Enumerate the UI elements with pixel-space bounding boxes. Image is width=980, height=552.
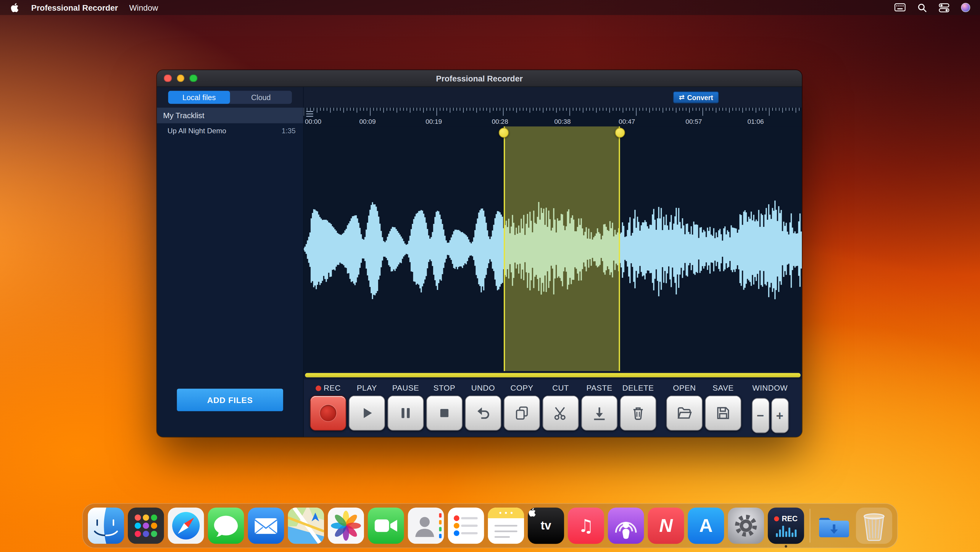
- play-icon: [359, 405, 375, 421]
- dock-finder-icon[interactable]: [88, 507, 124, 544]
- dock-news-icon[interactable]: N: [648, 507, 684, 544]
- menu-bar: Professional Recorder Window: [0, 0, 980, 15]
- waveform-selection[interactable]: [504, 126, 620, 371]
- dock-professional-recorder-icon[interactable]: REC: [768, 507, 804, 544]
- tool-save: SAVE: [705, 383, 741, 431]
- convert-button[interactable]: ⇄ Convert: [673, 91, 719, 103]
- add-files-button[interactable]: ADD FILES: [177, 389, 283, 411]
- tool-paste: PASTE: [581, 383, 617, 431]
- timeline-label: 00:00: [305, 118, 321, 125]
- dock-contacts-icon[interactable]: [408, 507, 444, 544]
- stop-button[interactable]: [426, 396, 463, 431]
- title-bar[interactable]: Professional Recorder: [157, 70, 802, 87]
- apple-logo-icon: [528, 507, 536, 518]
- save-button[interactable]: [705, 396, 741, 431]
- timeline-label: 00:38: [554, 118, 571, 125]
- timeline-ruler[interactable]: 00:0000:0900:1900:2800:3800:4700:5701:06: [304, 108, 802, 126]
- timeline-label: 00:28: [492, 118, 508, 125]
- window-minus-button[interactable]: −: [752, 398, 769, 433]
- selection-start-handle[interactable]: [499, 128, 509, 138]
- stop-icon: [436, 405, 452, 421]
- sidebar: Local files Cloud My Tracklist Up All Ni…: [157, 87, 304, 437]
- tool-label: CUT: [552, 383, 569, 393]
- tool-label: REC: [315, 383, 340, 393]
- dock-facetime-icon[interactable]: [368, 507, 404, 544]
- tool-label: PASTE: [587, 383, 612, 393]
- transport-toolbar: REC PLAY PAUSE STOP: [304, 379, 802, 437]
- waveform-bars-icon: [776, 526, 796, 537]
- menu-app-name[interactable]: Professional Recorder: [31, 3, 118, 13]
- sidebar-empty-area: [157, 138, 303, 389]
- rec-label: REC: [782, 514, 798, 523]
- rec-button[interactable]: [310, 396, 347, 431]
- keyboard-icon[interactable]: [894, 2, 906, 13]
- control-center-icon[interactable]: [938, 2, 949, 13]
- folder-icon: [676, 405, 692, 421]
- search-icon[interactable]: [916, 2, 928, 13]
- timeline-scrollbar-thumb[interactable]: [305, 373, 801, 378]
- trash-icon: [630, 405, 646, 421]
- dock-music-icon[interactable]: ♫: [568, 507, 604, 544]
- timeline-label: 00:09: [359, 118, 376, 125]
- tool-label: COPY: [511, 383, 533, 393]
- dock-downloads-icon[interactable]: [816, 507, 853, 544]
- dock-separator: [810, 509, 810, 542]
- dock-maps-icon[interactable]: [288, 507, 324, 544]
- selection-end-handle[interactable]: [615, 128, 625, 138]
- tool-label: STOP: [433, 383, 455, 393]
- siri-icon[interactable]: [960, 2, 971, 13]
- tracklist-header: My Tracklist: [157, 108, 303, 123]
- tool-cut: CUT: [542, 383, 579, 431]
- undo-button[interactable]: [465, 396, 501, 431]
- dock-reminders-icon[interactable]: [448, 507, 484, 544]
- tab-cloud[interactable]: Cloud: [230, 91, 292, 104]
- tab-local-files[interactable]: Local files: [168, 91, 230, 104]
- cut-button[interactable]: [542, 396, 579, 431]
- running-indicator: [785, 545, 787, 547]
- tool-label: OPEN: [673, 383, 696, 393]
- waveform-panel[interactable]: [304, 126, 802, 371]
- dock-trash-icon[interactable]: [856, 507, 892, 544]
- dock-launchpad-icon[interactable]: [128, 507, 164, 544]
- timeline-label: 00:57: [686, 118, 702, 125]
- ruler-ticks: [304, 108, 802, 117]
- news-logo: N: [648, 507, 684, 544]
- dock-photos-icon[interactable]: [328, 507, 364, 544]
- dock-settings-icon[interactable]: [728, 507, 764, 544]
- dock-apple-tv-icon[interactable]: tv: [528, 507, 564, 544]
- paste-button[interactable]: [581, 396, 617, 431]
- record-icon: [320, 405, 336, 421]
- play-button[interactable]: [349, 396, 385, 431]
- ruler-labels: 00:0000:0900:1900:2800:3800:4700:5701:06: [304, 118, 802, 126]
- open-button[interactable]: [667, 396, 703, 431]
- dock-safari-icon[interactable]: [168, 507, 204, 544]
- delete-button[interactable]: [620, 396, 656, 431]
- track-list-item[interactable]: Up All Night Demo 1:35: [157, 123, 303, 138]
- record-dot-icon: [774, 517, 780, 522]
- copy-icon: [514, 405, 530, 421]
- tool-pause: PAUSE: [388, 383, 424, 431]
- apple-menu-icon[interactable]: [9, 2, 20, 13]
- scissors-icon: [552, 405, 569, 421]
- window-plus-button[interactable]: +: [771, 398, 788, 433]
- dock-mail-icon[interactable]: [248, 507, 284, 544]
- dock-messages-icon[interactable]: [208, 507, 244, 544]
- track-name: Up All Night Demo: [167, 127, 226, 134]
- timeline-label: 01:06: [748, 118, 764, 125]
- tool-label: PAUSE: [392, 383, 419, 393]
- tool-label: WINDOW: [752, 383, 788, 393]
- dock-podcasts-icon[interactable]: [608, 507, 644, 544]
- dock-app-store-icon[interactable]: A: [688, 507, 724, 544]
- tool-label: PLAY: [357, 383, 377, 393]
- timeline-label: 00:19: [425, 118, 442, 125]
- tool-label: SAVE: [713, 383, 733, 393]
- app-window: Professional Recorder Local files Cloud …: [157, 70, 802, 437]
- copy-button[interactable]: [504, 396, 540, 431]
- tool-copy: COPY: [504, 383, 540, 431]
- pause-button[interactable]: [388, 396, 424, 431]
- app-store-logo: A: [688, 507, 724, 544]
- paste-icon: [591, 405, 608, 421]
- undo-icon: [475, 405, 491, 421]
- menu-item-window[interactable]: Window: [129, 3, 158, 13]
- dock-notes-icon[interactable]: [488, 507, 524, 544]
